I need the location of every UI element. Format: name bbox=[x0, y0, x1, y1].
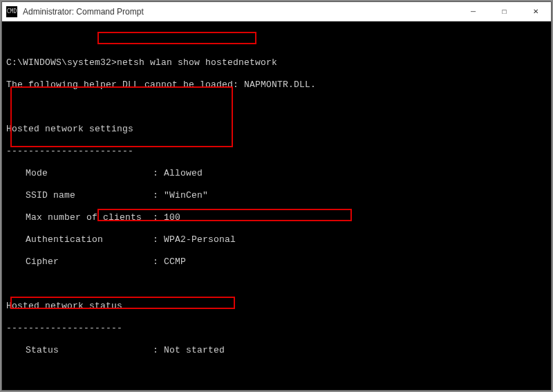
field-label: SSID name : bbox=[26, 190, 164, 200]
field-label: Cipher : bbox=[26, 256, 164, 267]
cmd-icon: CMD bbox=[6, 6, 17, 17]
field-label: Max number of clients : bbox=[26, 212, 164, 223]
maximize-button[interactable]: □ bbox=[489, 2, 520, 21]
cmd-window: CMD Administrator: Command Prompt ─ □ ✕ … bbox=[1, 1, 552, 391]
section-header: Hosted network status bbox=[6, 301, 547, 312]
dashes: ----------------------- bbox=[6, 146, 547, 157]
window-title: Administrator: Command Prompt bbox=[21, 7, 458, 17]
field-label: Status : bbox=[26, 345, 164, 355]
close-button[interactable]: ✕ bbox=[520, 2, 551, 21]
titlebar[interactable]: CMD Administrator: Command Prompt ─ □ ✕ bbox=[2, 2, 551, 21]
highlight-box bbox=[10, 86, 233, 147]
field-value: Not started bbox=[164, 345, 225, 355]
minimize-button[interactable]: ─ bbox=[458, 2, 489, 21]
dashes: --------------------- bbox=[6, 323, 547, 334]
field-value: 100 bbox=[164, 212, 180, 223]
error-line: The following helper DLL cannot be loade… bbox=[6, 80, 547, 91]
section-header: Hosted network settings bbox=[6, 124, 547, 135]
field-value: CCMP bbox=[164, 256, 186, 267]
command-text: netsh wlan show hostednetwork bbox=[117, 57, 277, 68]
field-label: Mode : bbox=[26, 168, 164, 178]
field-label: Authentication : bbox=[26, 234, 164, 245]
field-value: WPA2-Personal bbox=[164, 234, 236, 245]
field-value: Allowed bbox=[164, 168, 203, 178]
prompt-path: C:\WINDOWS\system32> bbox=[6, 57, 117, 68]
field-value: "WinCen" bbox=[164, 190, 208, 200]
terminal-output[interactable]: C:\WINDOWS\system32>netsh wlan show host… bbox=[2, 21, 551, 390]
